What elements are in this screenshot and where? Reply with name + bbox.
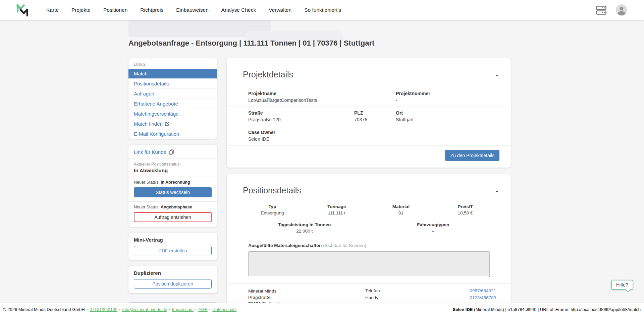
page-content: Angebotsanfrage - Entsorgung | 111.111 T… [128,39,511,315]
field-value: Selen IDE [248,136,354,142]
nav-item-projekte[interactable]: Projekte [71,7,91,13]
footer-link-impressum[interactable]: Impressum [172,307,194,312]
field-label: Projektname [248,91,354,96]
sidebar-item-erhaltene-angebote[interactable]: Erhaltene Angebote [128,99,217,109]
phone-row: Telefon 0987/654321 [365,288,496,293]
server-environment-icon[interactable] [596,6,606,15]
nav-item-verwalten[interactable]: Verwalten [269,7,291,13]
field-label: Ort [396,110,503,116]
sidebar-item-matchingvorschlaege[interactable]: Matchingvorschläge [128,109,217,119]
sidebar-item-match[interactable]: Match [128,69,217,78]
stat-typ: Typ Entsorgung [240,204,305,215]
page-title: Angebotsanfrage - Entsorgung | 111.111 T… [128,39,511,52]
mobile-link[interactable]: 0123/456789 [470,295,496,300]
material-properties-label: Ausgefüllte Materialeigenschaften [248,243,322,248]
footer-link-datenschutz[interactable]: Datenschutz [212,307,236,312]
current-status-block: Aktueller Positionsstatus: In Abwicklung [128,159,217,177]
nav-item-analyse-check[interactable]: Analyse Check [221,7,256,13]
withdraw-order-button[interactable]: Auftrag entziehen [134,212,212,222]
sidebar-item-positionsdetails[interactable]: Positionsdetails [128,78,217,88]
duplicate-card: Duplizieren Position duplizieren [128,266,217,293]
field-value: - [396,98,503,103]
stat-label: Typ [240,204,305,209]
nav-item-positionen[interactable]: Positionen [103,7,127,13]
footer-debug-rest: (Mineral Minds) | e1a8784c8940 | URL of … [473,307,641,312]
user-avatar[interactable] [616,4,627,16]
next-status-prefix: Neuer Status: [134,180,161,185]
footer-link-email[interactable]: info@mineral-minds.de [122,307,167,312]
footer-link-phone[interactable]: 07151/250100 [90,307,117,312]
project-row-owner: Case Owner Selen IDE [227,126,511,145]
duplicate-position-button[interactable]: Position duplizieren [134,279,212,289]
project-row-name: Projektname LotActualTargetComparisonTes… [227,87,511,107]
field-plz: PLZ 70376 [354,110,396,122]
mobile-row: Handy 0123/456789 [365,295,496,300]
stat-value: 10,50 € [433,210,497,215]
field-value: 70376 [354,117,396,122]
mineral-minds-logo-icon[interactable] [15,1,30,19]
sidebar-item-label: Anfragen [134,91,154,97]
stat-value: – [369,229,498,234]
phone-link[interactable]: 0987/654321 [470,288,496,293]
sidebar-item-email-konfiguration[interactable]: E-Mail Konfiguration [128,129,217,139]
position-stats-row1: Typ Entsorgung Tonnage 111.111 t Materia… [240,204,497,215]
material-properties-block: Ausgefüllte Materialeigenschaften (Sicht… [248,242,491,277]
field-label: Projektnummer [396,91,503,96]
links-header: LINKS [128,58,217,69]
offer-status-line: Neuer Status: Angebotsphase [128,202,217,209]
help-button[interactable]: Hilfe? [611,280,633,290]
collapse-toggle[interactable]: - [496,188,498,194]
field-value: Pragstraße 120 [248,117,354,122]
field-label: Case Owner [248,130,354,135]
sidebar-item-label: Match finden [134,121,163,127]
field-projektnummer: Projektnummer - [396,91,503,103]
material-properties-hint: (Sichtbar für Kunden) [323,243,366,248]
contact-street: Pragstraße [248,294,365,301]
footer-link-agb[interactable]: AGB [198,307,207,312]
project-details-title: Projektdetails [243,70,293,79]
stat-value: 01 [369,210,433,215]
footer-user: Selen IDE [452,307,473,312]
status-card: Link für Kunde Aktueller Positionsstatus… [128,145,217,227]
footer: © 2026 Mineral Minds Deutschland GmbH · … [0,303,644,316]
material-properties-textarea[interactable] [248,251,490,276]
project-row-address: Straße Pragstraße 120 PLZ 70376 Ort Stut… [227,107,511,126]
field-case-owner: Case Owner Selen IDE [248,130,354,142]
field-strasse: Straße Pragstraße 120 [248,110,354,122]
phone-label: Telefon [365,288,380,293]
nav-item-karte[interactable]: Karte [46,7,59,13]
field-value: LotActualTargetComparisonTests [248,98,354,103]
top-navbar: Karte Projekte Positionen Richtpreis Ein… [0,0,644,20]
stat-fahrzeugtypen: Fahrzeugtypen – [369,222,498,234]
logo-svg [15,2,30,18]
stat-label: Preis/T [433,204,497,209]
sidebar-item-anfragen[interactable]: Anfragen [128,88,217,99]
goto-project-details-button[interactable]: Zu den Projektdetails [445,150,499,161]
position-stats-row2: Tagesleistung in Tonnen 22.000 t Fahrzeu… [240,222,497,234]
footer-debug-info: Selen IDE (Mineral Minds) | e1a8784c8940… [452,307,641,312]
sidebar-item-label: E-Mail Konfiguration [134,131,179,137]
create-pdf-button[interactable]: PDF erstellen [134,246,212,255]
stat-value: 22.000 t [240,229,369,234]
stat-value: Entsorgung [240,210,305,215]
nav-item-einbauweisen[interactable]: Einbauweisen [176,7,209,13]
nav-item-richtpreis[interactable]: Richtpreis [140,7,163,13]
offer-status-prefix: Neuer Status: [134,205,161,209]
project-details-card: Projektdetails - Projektname LotActualTa… [227,58,511,168]
sidebar: LINKS Match Positionsdetails Anfragen Er… [128,58,217,315]
stat-label: Tagesleistung in Tonnen [240,222,369,227]
nav-item-so-funktionierts[interactable]: So funktioniert's [304,7,341,13]
next-status-line: Neuer Status: In Abrechnung [128,177,217,185]
main-nav: Karte Projekte Positionen Richtpreis Ein… [46,7,341,13]
mini-contract-card: Mini-Vertrag PDF erstellen [128,233,217,260]
field-ort: Ort Stuttgart [396,110,503,122]
customer-link[interactable]: Link für Kunde [128,145,217,159]
current-status-value: In Abwicklung [134,168,212,173]
separator: · [169,307,170,312]
sidebar-item-match-finden[interactable]: Match finden [128,119,217,129]
current-status-label: Aktueller Positionsstatus: [134,162,212,167]
separator: · [119,307,120,312]
status-change-button[interactable]: Status wechseln [134,187,212,197]
collapse-toggle[interactable]: - [496,72,498,78]
separator: · [195,307,197,312]
